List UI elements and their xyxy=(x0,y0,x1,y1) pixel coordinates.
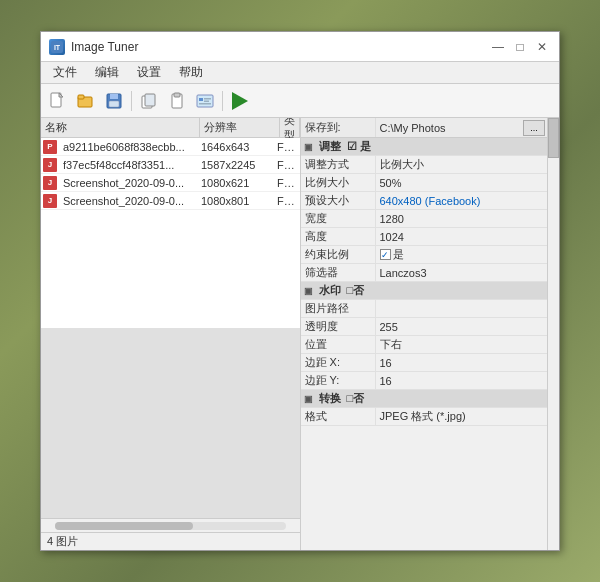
svg-rect-9 xyxy=(145,94,155,106)
toolbar-copy-button[interactable] xyxy=(136,88,162,114)
section-watermark-label: 水印 xyxy=(317,282,343,299)
prop-label: 比例大小 xyxy=(301,174,376,191)
prop-value: 255 xyxy=(376,320,548,334)
constrain-value: 是 xyxy=(393,247,404,262)
prop-value: Lanczos3 xyxy=(376,266,548,280)
right-wrapper: 保存到: C:\My Photos ... ▣ 调整 ☑ 是 调整方式 比例大小… xyxy=(301,118,560,550)
toolbar-open-button[interactable] xyxy=(73,88,99,114)
prop-position: 位置 下右 xyxy=(301,336,548,354)
window-title: Image Tuner xyxy=(71,40,138,54)
prop-resize-pct: 比例大小 50% xyxy=(301,174,548,192)
menu-help[interactable]: 帮助 xyxy=(171,62,211,83)
toolbar-play-button[interactable] xyxy=(227,88,253,114)
prop-label: 边距 Y: xyxy=(301,372,376,389)
convert-no: □否 xyxy=(347,391,365,406)
file-row[interactable]: J Screenshot_2020-09-0... 1080x801 FastS… xyxy=(41,192,300,210)
toolbar xyxy=(41,84,559,118)
vertical-scrollbar[interactable] xyxy=(547,118,559,550)
prop-format: 格式 JPEG 格式 (*.jpg) xyxy=(301,408,548,426)
app-icon: IT xyxy=(49,39,65,55)
watermark-no: □否 xyxy=(347,283,365,298)
prop-preset-size: 预设大小 640x480 (Facebook) xyxy=(301,192,548,210)
maximize-button[interactable]: □ xyxy=(511,38,529,56)
prop-value: JPEG 格式 (*.jpg) xyxy=(376,408,548,425)
svg-rect-14 xyxy=(204,98,211,100)
prop-margin-x: 边距 X: 16 xyxy=(301,354,548,372)
menu-settings[interactable]: 设置 xyxy=(129,62,169,83)
title-left: IT Image Tuner xyxy=(49,39,138,55)
svg-rect-16 xyxy=(199,103,211,105)
prop-watermark-img: 图片路径 xyxy=(301,300,548,318)
file-resolution: 1080x621 xyxy=(197,177,273,189)
toolbar-info-button[interactable] xyxy=(192,88,218,114)
file-type-icon: J xyxy=(43,194,57,208)
file-name: f37ec5f48ccf48f3351... xyxy=(59,159,197,171)
content-area: 名称 分辨率 类型 P a9211be6068f838ecbb... 1646x… xyxy=(41,118,559,550)
status-bar: 4 图片 xyxy=(41,532,300,550)
prop-value: 下右 xyxy=(376,336,548,353)
toolbar-separator-2 xyxy=(222,91,223,111)
scroll-thumb-vertical[interactable] xyxy=(548,118,559,158)
close-button[interactable]: ✕ xyxy=(533,38,551,56)
minimize-button[interactable]: — xyxy=(489,38,507,56)
scroll-track-horizontal[interactable] xyxy=(55,522,286,530)
prop-label: 调整方式 xyxy=(301,156,376,173)
scroll-thumb-horizontal[interactable] xyxy=(55,522,193,530)
file-resolution: 1587x2245 xyxy=(197,159,273,171)
save-to-row: 保存到: C:\My Photos ... xyxy=(301,118,548,138)
section-convert-label: 转换 xyxy=(317,390,343,407)
svg-rect-15 xyxy=(204,100,209,102)
toolbar-separator-1 xyxy=(131,91,132,111)
file-name: Screenshot_2020-09-0... xyxy=(59,195,197,207)
file-row[interactable]: J Screenshot_2020-09-0... 1080x621 FastS… xyxy=(41,174,300,192)
toolbar-new-button[interactable] xyxy=(45,88,71,114)
prop-label: 边距 X: xyxy=(301,354,376,371)
menu-file[interactable]: 文件 xyxy=(45,62,85,83)
file-type: FastStone PNG... xyxy=(273,141,300,153)
file-type-icon: P xyxy=(43,140,57,154)
prop-value: 1024 xyxy=(376,230,548,244)
prop-label: 预设大小 xyxy=(301,192,376,209)
file-row[interactable]: J f37ec5f48ccf48f3351... 1587x2245 FastS… xyxy=(41,156,300,174)
prop-label: 宽度 xyxy=(301,210,376,227)
prop-value: 50% xyxy=(376,176,548,190)
svg-rect-4 xyxy=(78,95,84,99)
prop-filter: 筛选器 Lanczos3 xyxy=(301,264,548,282)
section-collapse-icon[interactable]: ▣ xyxy=(303,141,315,153)
menu-edit[interactable]: 编辑 xyxy=(87,62,127,83)
menu-bar: 文件 编辑 设置 帮助 xyxy=(41,62,559,84)
prop-value: 640x480 (Facebook) xyxy=(376,194,548,208)
section-watermark-collapse-icon[interactable]: ▣ xyxy=(303,285,315,297)
section-convert: ▣ 转换 □否 xyxy=(301,390,548,408)
prop-opacity: 透明度 255 xyxy=(301,318,548,336)
toolbar-paste-button[interactable] xyxy=(164,88,190,114)
prop-label: 约束比例 xyxy=(301,246,376,263)
file-name: Screenshot_2020-09-0... xyxy=(59,177,197,189)
horizontal-scrollbar[interactable] xyxy=(41,518,300,532)
file-row[interactable]: P a9211be6068f838ecbb... 1646x643 FastSt… xyxy=(41,138,300,156)
file-name: a9211be6068f838ecbb... xyxy=(59,141,197,153)
prop-value: 1280 xyxy=(376,212,548,226)
play-triangle-icon xyxy=(232,92,248,110)
prop-label: 筛选器 xyxy=(301,264,376,281)
svg-rect-13 xyxy=(199,98,203,101)
section-convert-collapse-icon[interactable]: ▣ xyxy=(303,393,315,405)
col-header-resolution: 分辨率 xyxy=(200,118,280,137)
section-resize: ▣ 调整 ☑ 是 xyxy=(301,138,548,156)
section-resize-label: 调整 xyxy=(317,138,343,155)
section-watermark: ▣ 水印 □否 xyxy=(301,282,548,300)
file-type: FastStone JPG ... xyxy=(273,177,300,189)
file-type: FastStone JPG ... xyxy=(273,195,300,207)
browse-button[interactable]: ... xyxy=(523,120,545,136)
properties-panel: 保存到: C:\My Photos ... ▣ 调整 ☑ 是 调整方式 比例大小… xyxy=(301,118,548,550)
col-header-name: 名称 xyxy=(41,118,200,137)
constrain-checkbox[interactable]: ✓ xyxy=(380,249,391,260)
title-controls: — □ ✕ xyxy=(489,38,551,56)
save-to-label: 保存到: xyxy=(301,118,376,137)
file-resolution: 1080x801 xyxy=(197,195,273,207)
toolbar-save-button[interactable] xyxy=(101,88,127,114)
prop-height: 高度 1024 xyxy=(301,228,548,246)
prop-value: 16 xyxy=(376,374,548,388)
status-text: 4 图片 xyxy=(47,534,78,549)
prop-value: 16 xyxy=(376,356,548,370)
